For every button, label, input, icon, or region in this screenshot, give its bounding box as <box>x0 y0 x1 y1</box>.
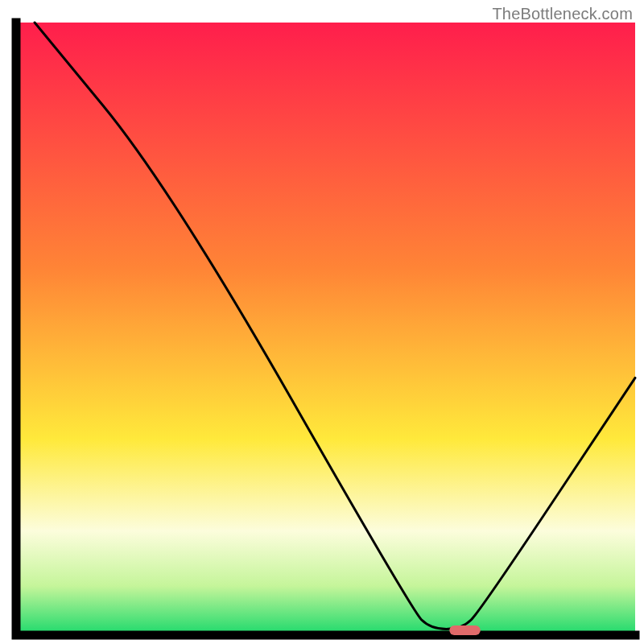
optimal-range-marker <box>449 625 480 635</box>
bottleneck-chart: TheBottleneck.com <box>0 0 644 644</box>
watermark-text: TheBottleneck.com <box>492 5 633 23</box>
chart-svg <box>0 0 644 644</box>
